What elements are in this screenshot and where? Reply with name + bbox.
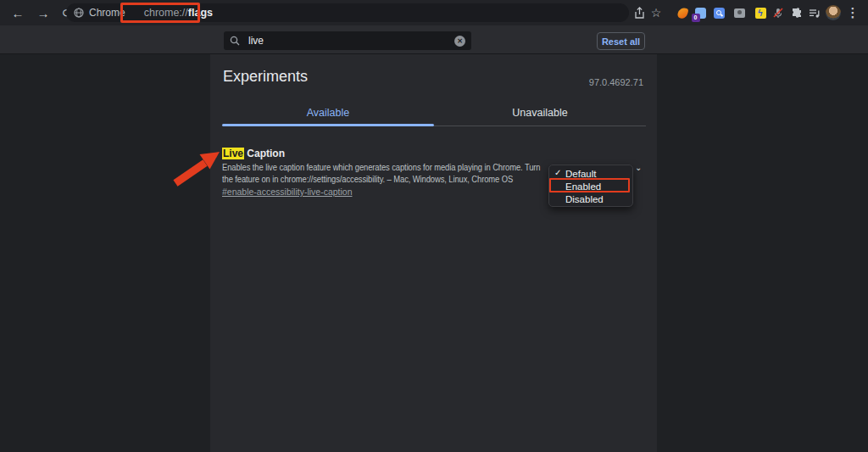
experiments-panel: Experiments 97.0.4692.71 Available Unava… — [210, 54, 657, 452]
search-input[interactable] — [247, 34, 454, 47]
lightning-icon: ϟ — [755, 8, 766, 19]
option-default-label: Default — [565, 169, 596, 179]
reset-all-button[interactable]: Reset all — [597, 32, 645, 50]
option-enabled[interactable]: Enabled — [549, 180, 632, 193]
extensions-puzzle-button[interactable] — [788, 4, 805, 21]
extension-badge-button[interactable]: 0 — [692, 4, 709, 21]
search-icon — [230, 36, 240, 46]
browser-window: ← → ⟳ Chrome chrome://flags ☆ — [0, 0, 868, 452]
search-highlight: Live — [222, 148, 244, 159]
url-text: chrome://flags — [144, 7, 213, 19]
ghost-icon: 0 — [695, 8, 706, 19]
extension-flame-button[interactable] — [674, 4, 691, 21]
extension-yellow-button[interactable]: ϟ — [752, 4, 769, 21]
chrome-version: 97.0.4692.71 — [589, 77, 643, 87]
flag-description: Enables the live caption feature which g… — [222, 162, 541, 186]
mic-muted-icon — [772, 7, 784, 19]
tab-available[interactable]: Available — [222, 102, 434, 124]
option-enabled-label: Enabled — [565, 181, 601, 192]
url-host: flags — [188, 7, 213, 19]
address-bar[interactable]: Chrome chrome://flags — [66, 3, 629, 22]
flag-select-popup: ✓ Default Enabled Disabled — [548, 165, 633, 207]
option-default[interactable]: ✓ Default — [549, 167, 632, 180]
extension-badge: 0 — [692, 14, 700, 22]
puzzle-icon — [791, 7, 803, 19]
flag-title: Live Caption — [222, 148, 285, 159]
playlist-icon — [809, 8, 821, 19]
flags-search-box[interactable]: ✕ — [224, 31, 471, 50]
flag-description-line2: the feature on in chrome://settings/acce… — [222, 174, 541, 186]
share-button[interactable] — [631, 4, 648, 21]
tab-unavailable[interactable]: Unavailable — [434, 102, 646, 124]
flag-permalink[interactable]: #enable-accessibility-live-caption — [222, 187, 353, 197]
check-icon: ✓ — [554, 168, 561, 177]
flags-search-strip: ✕ Reset all — [0, 25, 868, 54]
option-disabled-label: Disabled — [565, 194, 604, 204]
extension-camera-button[interactable] — [731, 4, 748, 21]
site-label: Chrome — [89, 7, 125, 19]
active-tab-indicator — [222, 124, 434, 126]
site-chip[interactable]: Chrome — [66, 3, 136, 22]
flag-title-rest: Caption — [244, 148, 285, 159]
camera-icon — [734, 8, 745, 18]
option-disabled[interactable]: Disabled — [549, 193, 632, 205]
extension-search-button[interactable] — [710, 4, 727, 21]
bookmark-star-button[interactable]: ☆ — [648, 4, 665, 21]
clear-search-button[interactable]: ✕ — [454, 36, 465, 47]
back-button[interactable]: ← — [7, 0, 29, 25]
globe-icon — [74, 8, 84, 18]
select-chevron-icon[interactable]: ⌄ — [635, 163, 642, 172]
flag-description-line1: Enables the live caption feature which g… — [222, 162, 541, 174]
extension-mic-button[interactable] — [770, 4, 787, 21]
browser-toolbar: ← → ⟳ Chrome chrome://flags ☆ — [0, 0, 868, 25]
playlist-button[interactable] — [806, 4, 823, 21]
magnifier-icon — [714, 8, 725, 19]
share-icon — [634, 7, 645, 20]
flame-icon — [676, 6, 688, 20]
page-title: Experiments — [223, 68, 308, 86]
forward-button[interactable]: → — [32, 0, 54, 25]
url-scheme: chrome:// — [144, 7, 188, 19]
avatar-icon — [826, 5, 841, 20]
tab-divider — [434, 126, 646, 126]
profile-avatar[interactable] — [825, 4, 842, 21]
browser-menu-button[interactable]: ⋮ — [844, 4, 861, 21]
